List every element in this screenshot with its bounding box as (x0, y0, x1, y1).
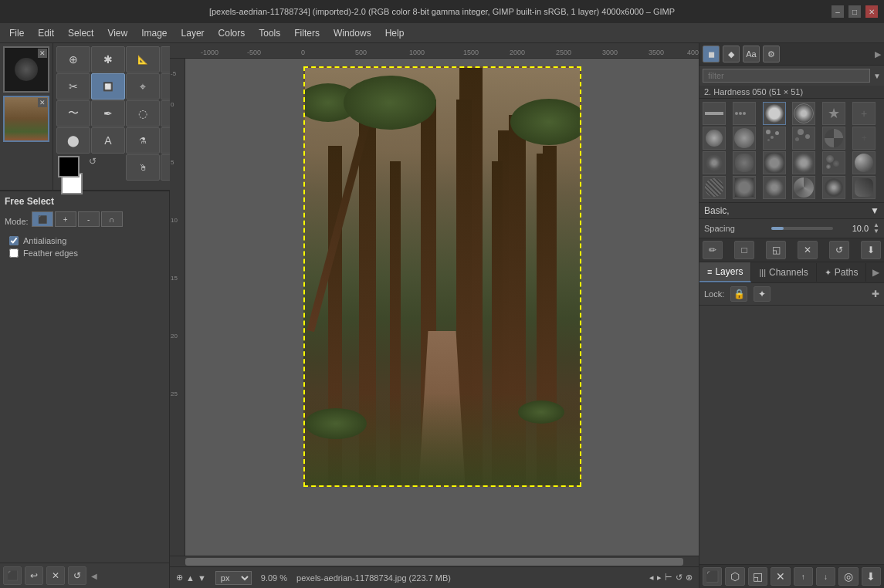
thumbnail-close-2[interactable]: ✕ (38, 98, 47, 107)
brush-swatch-splatter[interactable] (822, 151, 845, 174)
brush-category-arrow[interactable]: ▼ (870, 205, 879, 216)
brush-new-btn[interactable]: □ (734, 241, 754, 259)
brush-settings-icon[interactable]: ⚙ (763, 46, 780, 63)
brush-swatch-pattern6[interactable] (852, 176, 876, 199)
tool-fuzzy-select[interactable]: ⊕ (56, 46, 90, 73)
filter-arrow-icon[interactable]: ▼ (873, 72, 881, 80)
lock-position-btn[interactable]: 🔒 (730, 286, 747, 302)
layer-down-btn[interactable]: ↓ (816, 567, 835, 586)
tool-rect-select[interactable]: ⌖ (126, 73, 160, 100)
menu-windows[interactable]: Windows (327, 25, 378, 41)
brush-preset-icon[interactable]: ◼ (703, 46, 720, 63)
close-button[interactable]: ✕ (865, 5, 878, 18)
restore-icon[interactable]: ↺ (68, 566, 86, 585)
layer-group-btn[interactable]: ⬡ (725, 567, 744, 586)
mode-subtract[interactable]: - (78, 211, 100, 227)
brush-swatch-pattern1[interactable] (703, 176, 726, 199)
status-nav-prev[interactable]: ◂ (649, 573, 654, 583)
undo-icon[interactable]: ↩ (25, 566, 43, 585)
menu-filters[interactable]: Filters (288, 25, 326, 41)
brush-refresh-btn[interactable]: ↺ (829, 241, 849, 259)
brush-swatch-pattern3[interactable] (763, 176, 786, 199)
layer-delete-btn[interactable]: ✕ (771, 567, 790, 586)
status-close-icon[interactable]: ⊗ (686, 573, 693, 583)
minimize-button[interactable]: – (832, 5, 844, 18)
tool-bucket-fill[interactable]: ⬤ (56, 127, 90, 154)
brush-panel-expand[interactable]: ▶ (875, 49, 881, 59)
brush-swatch-rough2[interactable] (763, 151, 786, 174)
status-undo-icon[interactable]: ↺ (676, 573, 682, 583)
feather-edges-checkbox[interactable] (9, 248, 19, 258)
menu-layer[interactable]: Layer (175, 25, 211, 41)
tab-layers[interactable]: ≡ Layers (699, 262, 751, 282)
antialiasing-checkbox[interactable] (9, 236, 19, 245)
layer-up-btn[interactable]: ↑ (794, 567, 813, 586)
tool-scissors[interactable]: ✂ (56, 73, 90, 100)
brush-swatch-dots[interactable] (733, 102, 756, 125)
tool-color-picker[interactable]: 🖱 (126, 154, 160, 181)
layer-new-btn[interactable]: ⬛ (703, 567, 722, 586)
brush-swatch-textured1[interactable] (822, 127, 845, 150)
status-export-icon[interactable]: ⊢ (665, 573, 672, 583)
layers-panel-expand[interactable]: ▶ (868, 263, 884, 282)
tool-preset-icon[interactable]: ⬛ (3, 566, 22, 585)
menu-edit[interactable]: Edit (32, 25, 60, 41)
unit-select[interactable]: px mm inch % (215, 571, 252, 585)
brush-swatch-pattern4[interactable] (792, 176, 815, 199)
brush-swatch-rough1[interactable] (733, 151, 756, 174)
brush-text-icon[interactable]: Aa (743, 46, 760, 63)
brush-dynamics-icon[interactable]: ◆ (723, 46, 740, 63)
layer-anchor-btn[interactable]: ◎ (838, 567, 858, 586)
thumbnail-2[interactable]: ✕ (3, 96, 49, 142)
layer-export-btn[interactable]: ⬇ (862, 567, 881, 586)
nav-up-icon[interactable]: ▲ (186, 573, 195, 583)
menu-view[interactable]: View (101, 25, 134, 41)
brush-swatch-hardness[interactable] (763, 102, 786, 125)
thumbnail-close-1[interactable]: ✕ (38, 49, 47, 58)
thumbnail-1[interactable]: ✕ (3, 46, 49, 93)
menu-image[interactable]: Image (135, 25, 173, 41)
brush-swatch-plus2[interactable]: + (852, 127, 876, 150)
brush-swatch-scatter2[interactable] (792, 127, 815, 150)
tool-text[interactable]: A (91, 127, 125, 154)
brush-duplicate-btn[interactable]: ◱ (766, 241, 786, 259)
scrollbar-thumb[interactable] (185, 558, 683, 566)
status-nav-next[interactable]: ▸ (657, 573, 662, 583)
brush-swatch-scatter1[interactable] (763, 127, 786, 150)
lock-move-icon[interactable]: ✚ (872, 289, 879, 299)
brush-swatch-spiky1[interactable] (703, 151, 726, 174)
foreground-color[interactable] (58, 156, 80, 177)
brush-export-btn[interactable]: ⬇ (861, 241, 881, 259)
swap-colors-icon[interactable]: ↺ (89, 156, 97, 167)
menu-colors[interactable]: Colors (212, 25, 252, 41)
maximize-button[interactable]: □ (848, 5, 861, 18)
tab-paths[interactable]: ✦ Paths (817, 263, 867, 282)
brush-swatch-plus1[interactable]: + (852, 102, 876, 125)
brush-swatch-texture2[interactable] (792, 151, 815, 174)
tool-warp[interactable]: 〜 (56, 100, 90, 127)
mode-replace[interactable]: ⬛ (32, 211, 53, 227)
brush-swatch-misc[interactable] (852, 151, 876, 174)
tool-free-select[interactable]: 🔲 (91, 73, 125, 100)
brush-delete-btn[interactable]: ✕ (798, 241, 818, 259)
brush-edit-btn[interactable]: ✏ (703, 241, 723, 259)
brush-swatch-fuzzy1[interactable] (703, 127, 726, 150)
nav-first-icon[interactable]: ⊕ (176, 573, 183, 583)
tool-measure[interactable]: 📐 (126, 46, 160, 73)
brush-swatch-pattern5[interactable] (822, 176, 845, 199)
brush-swatch-fuzzy2[interactable] (733, 127, 756, 150)
menu-file[interactable]: File (3, 25, 30, 41)
scrollbar-horizontal[interactable] (170, 556, 699, 566)
menu-tools[interactable]: Tools (252, 25, 286, 41)
menu-select[interactable]: Select (62, 25, 100, 41)
brush-swatch-hardline[interactable] (703, 102, 726, 125)
menu-help[interactable]: Help (379, 25, 411, 41)
left-panel-collapse[interactable]: ◀ (90, 570, 99, 582)
spacing-slider[interactable] (771, 227, 834, 230)
mode-add[interactable]: + (55, 211, 76, 227)
brush-swatch-large[interactable] (792, 102, 815, 125)
tool-paintbrush[interactable]: ✒ (91, 100, 125, 127)
brush-swatch-pattern2[interactable] (733, 176, 756, 199)
spacing-down-icon[interactable]: ▼ (873, 228, 879, 235)
brush-swatch-star[interactable]: ★ (822, 102, 845, 125)
